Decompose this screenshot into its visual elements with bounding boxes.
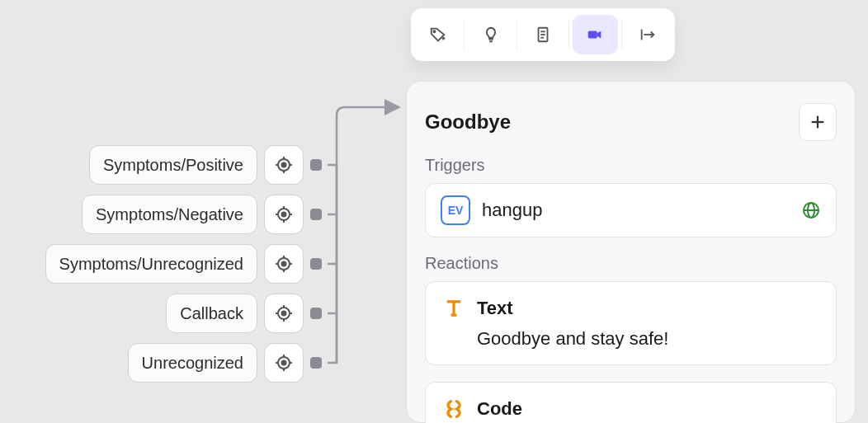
toolbar-bulb-button[interactable]: [468, 15, 512, 54]
source-label: Callback: [180, 304, 243, 323]
toolbar-camera-button[interactable]: [573, 15, 617, 54]
target-icon: [274, 155, 294, 175]
tag-icon: [429, 26, 447, 44]
code-icon: [442, 397, 465, 421]
event-badge: EV: [441, 195, 470, 225]
reaction-body: Goodbye and stay safe!: [442, 328, 819, 350]
source-node[interactable]: Symptoms/Positive: [89, 145, 257, 185]
reaction-code-card[interactable]: Code: [425, 382, 837, 423]
toolbar-document-button[interactable]: [521, 15, 565, 54]
svg-point-34: [282, 262, 286, 266]
target-icon: [274, 353, 294, 373]
source-port[interactable]: [264, 294, 304, 333]
triggers-label: Triggers: [425, 156, 837, 175]
port-stub: [310, 258, 322, 270]
svg-rect-10: [588, 31, 597, 38]
toolbar: [411, 8, 675, 61]
source-port[interactable]: [264, 343, 304, 383]
reaction-text-card[interactable]: Text Goodbye and stay safe!: [425, 281, 837, 365]
port-stub: [310, 357, 322, 369]
source-node[interactable]: Callback: [166, 294, 257, 333]
port-stub: [310, 308, 322, 319]
separator: [621, 20, 622, 49]
separator: [464, 20, 465, 49]
separator: [517, 20, 517, 49]
plus-icon: [809, 113, 827, 131]
camera-icon: [586, 26, 604, 44]
source-label: Unrecognized: [142, 354, 243, 373]
text-icon: [442, 297, 465, 320]
svg-point-22: [282, 163, 286, 167]
source-port[interactable]: [264, 195, 304, 234]
source-label: Symptoms/Negative: [96, 205, 243, 224]
toolbar-tag-button[interactable]: [416, 15, 460, 54]
separator: [568, 20, 569, 49]
svg-point-28: [282, 213, 286, 217]
reaction-title: Code: [477, 398, 522, 420]
source-node[interactable]: Symptoms/Negative: [82, 195, 257, 234]
document-icon: [534, 26, 552, 44]
reaction-title: Text: [477, 298, 513, 319]
node-panel: Goodbye Triggers EV hangup Reactions Tex…: [406, 81, 856, 423]
globe-icon: [801, 200, 821, 220]
port-stub: [310, 159, 322, 171]
panel-title: Goodbye: [425, 110, 511, 134]
target-icon: [274, 303, 294, 323]
source-port[interactable]: [264, 145, 304, 185]
source-label: Symptoms/Positive: [103, 156, 243, 175]
port-stub: [310, 209, 322, 220]
reactions-label: Reactions: [425, 254, 837, 273]
target-icon: [274, 204, 294, 224]
target-icon: [274, 254, 294, 274]
source-port[interactable]: [264, 244, 304, 284]
export-icon: [639, 26, 657, 44]
source-label: Symptoms/Unrecognized: [59, 255, 243, 274]
svg-point-46: [282, 361, 286, 365]
trigger-name: hangup: [482, 200, 790, 221]
add-button[interactable]: [799, 103, 837, 141]
source-node[interactable]: Unrecognized: [128, 343, 257, 383]
source-node[interactable]: Symptoms/Unrecognized: [45, 244, 257, 284]
toolbar-export-button[interactable]: [625, 15, 670, 54]
svg-point-40: [282, 312, 286, 316]
svg-point-3: [434, 31, 436, 32]
trigger-row[interactable]: EV hangup: [425, 183, 837, 237]
bulb-icon: [482, 26, 500, 44]
